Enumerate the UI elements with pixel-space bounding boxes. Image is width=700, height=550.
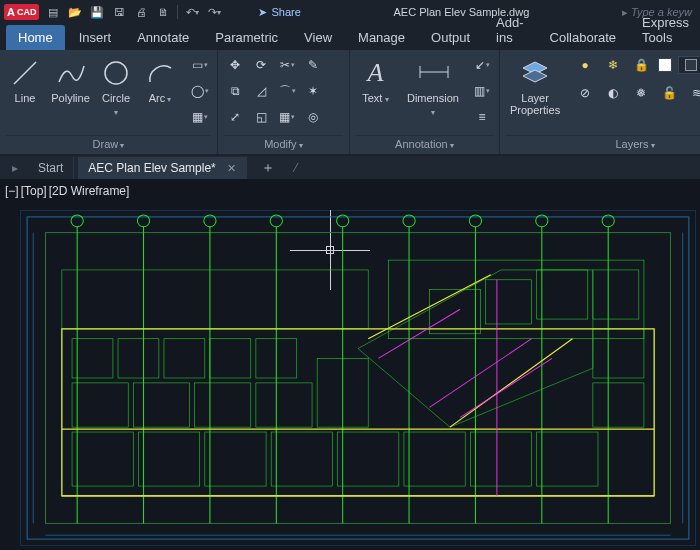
file-tab-start[interactable]: Start	[28, 157, 74, 179]
polyline-label: Polyline	[51, 92, 90, 104]
share-button[interactable]: ➤ Share	[258, 6, 300, 19]
tab-parametric[interactable]: Parametric	[203, 25, 290, 50]
svg-rect-28	[72, 339, 113, 378]
tab-collaborate[interactable]: Collaborate	[538, 25, 629, 50]
app-menu-button[interactable]: CAD	[4, 4, 39, 20]
tab-annotate[interactable]: Annotate	[125, 25, 201, 50]
svg-line-0	[14, 62, 36, 84]
save-icon[interactable]: 💾	[89, 4, 105, 20]
share-label: Share	[271, 6, 300, 18]
trim-icon[interactable]: ✂	[276, 54, 298, 76]
tab-home[interactable]: Home	[6, 25, 65, 50]
redo-icon[interactable]: ↷	[206, 4, 222, 20]
explode-icon[interactable]: ✶	[302, 80, 324, 102]
mirror-icon[interactable]: ◿	[250, 80, 272, 102]
text-button[interactable]: A Text	[356, 54, 395, 107]
svg-rect-52	[62, 329, 654, 496]
copy-icon[interactable]: ⧉	[224, 80, 246, 102]
svg-rect-48	[486, 280, 532, 324]
layer-freeze-icon[interactable]: ❄	[602, 54, 624, 76]
svg-rect-26	[62, 270, 368, 329]
rotate-icon[interactable]: ⟳	[250, 54, 272, 76]
viewport-controls[interactable]: [−] [Top] [2D Wireframe]	[4, 184, 130, 198]
svg-line-56	[429, 339, 531, 408]
line-button[interactable]: Line	[6, 54, 44, 106]
layer-color-swatch[interactable]	[658, 58, 672, 72]
arc-icon	[144, 56, 176, 90]
layer-bulb-on-icon[interactable]: ●	[574, 54, 596, 76]
svg-rect-33	[72, 383, 128, 427]
model-viewport[interactable]: [−] [Top] [2D Wireframe]	[0, 180, 700, 550]
svg-rect-47	[593, 270, 639, 319]
svg-rect-29	[118, 339, 159, 378]
tab-manage[interactable]: Manage	[346, 25, 417, 50]
svg-rect-31	[210, 339, 251, 378]
layer-stack-icon	[519, 56, 551, 90]
open-icon[interactable]: 📂	[67, 4, 83, 20]
layer-unlock-icon[interactable]: 🔓	[658, 82, 680, 104]
close-tab-icon[interactable]: ✕	[227, 162, 236, 174]
panel-draw-title[interactable]: Draw	[6, 135, 211, 152]
array-icon[interactable]: ▦	[276, 106, 298, 128]
tab-view[interactable]: View	[292, 25, 344, 50]
publish-web-icon[interactable]: 🖨	[133, 4, 149, 20]
svg-rect-25	[62, 329, 654, 496]
filetabs-expand-icon[interactable]: ▸	[6, 161, 24, 175]
layer-properties-button[interactable]: Layer Properties	[506, 54, 564, 118]
viewport-restore-button[interactable]: [−]	[4, 184, 20, 198]
dimension-button[interactable]: Dimension	[401, 54, 465, 120]
filetabs-overflow-icon[interactable]: ⁄	[295, 161, 297, 175]
rectangle-icon[interactable]: ▭	[189, 54, 211, 76]
svg-line-57	[460, 358, 552, 417]
panel-modify-title[interactable]: Modify	[224, 135, 343, 152]
plot-icon[interactable]: 🗎	[155, 4, 171, 20]
ellipse-icon[interactable]: ◯	[189, 80, 211, 102]
scale-icon[interactable]: ◱	[250, 106, 272, 128]
svg-rect-36	[256, 383, 312, 427]
line-icon	[9, 56, 41, 90]
title-bar: CAD ▤ 📂 💾 🖫 🖨 🗎 ↶ ↷ ➤ Share AEC Plan Ele…	[0, 0, 700, 24]
tab-expresstools[interactable]: Express Tools	[630, 10, 700, 50]
new-icon[interactable]: ▤	[45, 4, 61, 20]
mtext-icon[interactable]: ≡	[471, 106, 493, 128]
tab-insert[interactable]: Insert	[67, 25, 124, 50]
layer-off-icon[interactable]: ⊘	[574, 82, 596, 104]
paper-plane-icon: ➤	[258, 6, 267, 19]
layer-name-dropdown[interactable]: TEXT	[678, 56, 700, 74]
leader-icon[interactable]: ↙	[471, 54, 493, 76]
text-icon: A	[359, 56, 391, 90]
stretch-icon[interactable]: ⤢	[224, 106, 246, 128]
svg-rect-45	[537, 432, 598, 486]
viewport-visualstyle-button[interactable]: [2D Wireframe]	[48, 184, 131, 198]
layer-thaw-icon[interactable]: ❅	[630, 82, 652, 104]
arc-button[interactable]: Arc	[141, 54, 179, 107]
file-tab-active[interactable]: AEC Plan Elev Sample* ✕	[78, 157, 247, 179]
layer-match-icon[interactable]: ≋	[686, 82, 700, 104]
panel-annotation-title[interactable]: Annotation	[356, 135, 493, 152]
hatch-icon[interactable]: ▦	[189, 106, 211, 128]
polyline-button[interactable]: Polyline	[50, 54, 91, 106]
offset-icon[interactable]: ◎	[302, 106, 324, 128]
svg-rect-34	[133, 383, 189, 427]
svg-rect-50	[593, 329, 644, 378]
layer-lock-icon[interactable]: 🔒	[630, 54, 652, 76]
panel-modify: ✥ ⟳ ✂ ✎ ⧉ ◿ ⌒ ✶ ⤢ ◱ ▦ ◎ Modify	[218, 50, 350, 154]
new-tab-button[interactable]: ＋	[251, 155, 285, 181]
svg-rect-39	[138, 432, 199, 486]
saveas-icon[interactable]: 🖫	[111, 4, 127, 20]
table-icon[interactable]: ▥	[471, 80, 493, 102]
circle-button[interactable]: Circle	[97, 54, 135, 120]
tab-addins[interactable]: Add-ins	[484, 10, 535, 50]
viewport-view-button[interactable]: [Top]	[20, 184, 48, 198]
tab-output[interactable]: Output	[419, 25, 482, 50]
move-icon[interactable]: ✥	[224, 54, 246, 76]
svg-rect-49	[429, 290, 480, 334]
svg-point-1	[105, 62, 127, 84]
panel-layers-title[interactable]: Layers	[506, 135, 700, 152]
erase-icon[interactable]: ✎	[302, 54, 324, 76]
fillet-icon[interactable]: ⌒	[276, 80, 298, 102]
svg-rect-30	[164, 339, 205, 378]
undo-icon[interactable]: ↶	[184, 4, 200, 20]
svg-rect-43	[404, 432, 465, 486]
layer-isolate-icon[interactable]: ◐	[602, 82, 624, 104]
